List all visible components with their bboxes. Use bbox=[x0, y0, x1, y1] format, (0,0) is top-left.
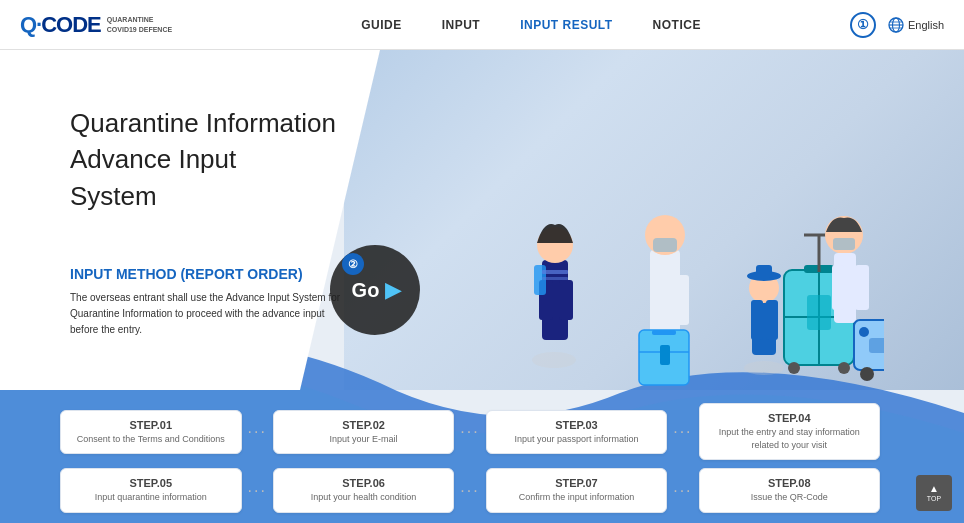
step-06-num: STEP.06 bbox=[284, 477, 444, 489]
step-08[interactable]: STEP.08 Issue the QR-Code bbox=[699, 468, 881, 513]
step-04-num: STEP.04 bbox=[710, 412, 870, 424]
svg-rect-28 bbox=[756, 265, 772, 278]
svg-rect-35 bbox=[807, 295, 831, 330]
svg-rect-44 bbox=[855, 265, 869, 310]
dots-1: ··· bbox=[246, 423, 269, 441]
go-button-area[interactable]: ② Go ▶ bbox=[330, 245, 420, 335]
go-arrow-icon: ▶ bbox=[385, 277, 402, 303]
top-arrow-icon: ▲ bbox=[929, 483, 939, 495]
step-03[interactable]: STEP.03 Input your passport information bbox=[486, 410, 668, 455]
logo: Q·CODE QUARANTINE COVID19 DEFENCE bbox=[20, 12, 172, 38]
svg-rect-48 bbox=[869, 338, 884, 353]
steps-row-2: STEP.05 Input quarantine information ···… bbox=[60, 468, 904, 513]
step-01[interactable]: STEP.01 Consent to the Terms and Conditi… bbox=[60, 410, 242, 455]
input-method-section: INPUT METHOD (REPORT ORDER) The overseas… bbox=[70, 266, 350, 338]
nav-notice[interactable]: NOTICE bbox=[653, 18, 701, 32]
step-05-desc: Input quarantine information bbox=[71, 491, 231, 504]
dots-6: ··· bbox=[671, 482, 694, 500]
step-03-desc: Input your passport information bbox=[497, 433, 657, 446]
svg-rect-9 bbox=[559, 280, 573, 320]
main-nav: GUIDE INPUT INPUT RESULT NOTICE bbox=[212, 18, 850, 32]
svg-point-37 bbox=[838, 362, 850, 374]
step-05-num: STEP.05 bbox=[71, 477, 231, 489]
step-04-desc: Input the entry and stay information rel… bbox=[710, 426, 870, 451]
lang-label: English bbox=[908, 19, 944, 31]
svg-rect-41 bbox=[833, 238, 855, 250]
dots-2: ··· bbox=[458, 423, 481, 441]
svg-point-5 bbox=[532, 352, 576, 368]
steps-container: STEP.01 Consent to the Terms and Conditi… bbox=[60, 403, 904, 513]
input-method-title: INPUT METHOD (REPORT ORDER) bbox=[70, 266, 350, 282]
svg-point-36 bbox=[788, 362, 800, 374]
hero-text: Quarantine Information Advance Input Sys… bbox=[70, 105, 336, 214]
user-circle[interactable]: ① bbox=[850, 12, 876, 38]
hero-title-line3: System bbox=[70, 178, 336, 214]
dots-4: ··· bbox=[246, 482, 269, 500]
step-02-desc: Input your E-mail bbox=[284, 433, 444, 446]
svg-rect-43 bbox=[832, 265, 844, 310]
step-02[interactable]: STEP.02 Input your E-mail bbox=[273, 410, 455, 455]
go-circle-num: ② bbox=[342, 253, 364, 275]
dots-5: ··· bbox=[458, 482, 481, 500]
step-07[interactable]: STEP.07 Confirm the input information bbox=[486, 468, 668, 513]
hero-title-line1: Quarantine Information bbox=[70, 105, 336, 141]
globe-icon bbox=[888, 17, 904, 33]
step-05[interactable]: STEP.05 Input quarantine information bbox=[60, 468, 242, 513]
header: Q·CODE QUARANTINE COVID19 DEFENCE GUIDE … bbox=[0, 0, 964, 50]
svg-point-24 bbox=[744, 361, 784, 375]
svg-rect-11 bbox=[542, 270, 568, 274]
logo-text: Q·CODE bbox=[20, 12, 101, 38]
dots-3: ··· bbox=[671, 423, 694, 441]
step-07-desc: Confirm the input information bbox=[497, 491, 657, 504]
nav-input[interactable]: INPUT bbox=[442, 18, 481, 32]
nav-guide[interactable]: GUIDE bbox=[361, 18, 402, 32]
step-03-num: STEP.03 bbox=[497, 419, 657, 431]
go-circle[interactable]: ② Go ▶ bbox=[330, 245, 420, 335]
svg-point-49 bbox=[860, 367, 874, 381]
step-01-num: STEP.01 bbox=[71, 419, 231, 431]
step-01-desc: Consent to the Terms and Conditions bbox=[71, 433, 231, 446]
top-button[interactable]: ▲ TOP bbox=[916, 475, 952, 511]
svg-rect-21 bbox=[652, 330, 676, 335]
svg-rect-23 bbox=[660, 345, 670, 365]
go-label: Go bbox=[352, 279, 380, 302]
step-04[interactable]: STEP.04 Input the entry and stay informa… bbox=[699, 403, 881, 460]
main-content: Quarantine Information Advance Input Sys… bbox=[0, 50, 964, 523]
svg-rect-30 bbox=[766, 300, 778, 340]
nav-input-result[interactable]: INPUT RESULT bbox=[520, 18, 612, 32]
logo-subtitle: QUARANTINE COVID19 DEFENCE bbox=[107, 15, 172, 33]
svg-rect-12 bbox=[542, 277, 568, 280]
top-label: TOP bbox=[927, 495, 941, 503]
svg-point-46 bbox=[859, 327, 869, 337]
hero-title-line2: Advance Input bbox=[70, 141, 336, 177]
language-button[interactable]: English bbox=[888, 17, 944, 33]
svg-rect-18 bbox=[673, 275, 689, 325]
svg-rect-17 bbox=[650, 275, 666, 325]
header-right: ① English bbox=[850, 12, 944, 38]
illustration bbox=[464, 80, 884, 390]
svg-rect-16 bbox=[653, 238, 677, 252]
step-07-num: STEP.07 bbox=[497, 477, 657, 489]
steps-row-1: STEP.01 Consent to the Terms and Conditi… bbox=[60, 403, 904, 460]
step-08-num: STEP.08 bbox=[710, 477, 870, 489]
input-method-desc: The overseas entrant shall use the Advan… bbox=[70, 290, 350, 338]
step-02-num: STEP.02 bbox=[284, 419, 444, 431]
step-06[interactable]: STEP.06 Input your health condition bbox=[273, 468, 455, 513]
step-06-desc: Input your health condition bbox=[284, 491, 444, 504]
svg-rect-29 bbox=[751, 300, 763, 340]
step-08-desc: Issue the QR-Code bbox=[710, 491, 870, 504]
